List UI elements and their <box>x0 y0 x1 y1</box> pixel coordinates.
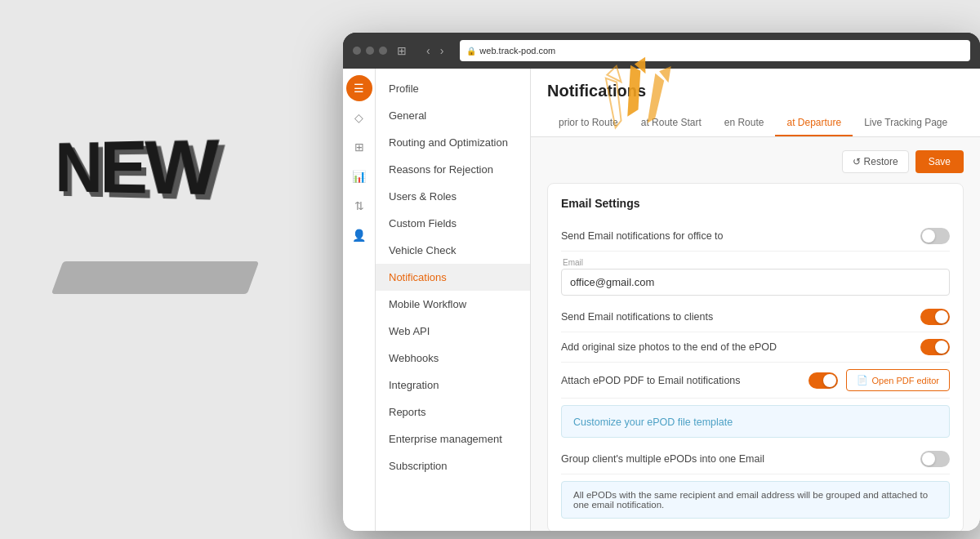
save-button[interactable]: Save <box>915 150 964 173</box>
diamond-icon-btn[interactable]: ◇ <box>346 105 372 131</box>
decorative-arrows <box>564 49 694 147</box>
open-pdf-editor-button[interactable]: 📄 Open PDF editor <box>846 369 950 391</box>
tab-custom[interactable]: Custom <box>959 110 964 136</box>
browser-dot-3 <box>379 47 387 55</box>
setting-row-group: Group client's multiple ePODs into one E… <box>561 444 950 474</box>
sidebar-item-vehicle-check[interactable]: Vehicle Check <box>376 237 530 264</box>
grid-icon-btn[interactable]: ⊞ <box>346 134 372 160</box>
nav-sidebar: ProfileGeneralRouting and OptimizationRe… <box>376 69 531 531</box>
customize-epod-link[interactable]: Customize your ePOD file template <box>573 416 733 428</box>
sidebar-item-users[interactable]: Users & Roles <box>376 183 530 210</box>
toolbar-row: ↺ Restore Save <box>547 150 964 173</box>
sidebar-icons: ☰ ◇ ⊞ 📊 ⇅ 👤 <box>343 69 376 531</box>
sidebar-item-web-api[interactable]: Web API <box>376 318 530 345</box>
email-settings-title: Email Settings <box>561 197 950 210</box>
new-badge: NEW <box>49 131 294 310</box>
url-text: web.track-pod.com <box>479 46 555 56</box>
email-input-group: Email <box>561 258 950 296</box>
browser-dot-2 <box>366 47 374 55</box>
menu-icon-btn[interactable]: ☰ <box>346 75 372 101</box>
sidebar-item-mobile[interactable]: Mobile Workflow <box>376 291 530 318</box>
attach-epod-label: Attach ePOD PDF to Email notifications <box>561 375 741 386</box>
content-area: ↺ Restore Save Email Settings Send Email… <box>531 137 980 531</box>
browser-controls <box>353 47 387 55</box>
setting-row-office: Send Email notifications for office to <box>561 221 950 252</box>
sidebar-item-enterprise[interactable]: Enterprise management <box>376 425 530 452</box>
tab-live-tracking[interactable]: Live Tracking Page <box>853 110 959 136</box>
back-button[interactable]: ‹ <box>423 42 434 59</box>
email-input-label: Email <box>561 258 950 267</box>
sidebar-item-profile[interactable]: Profile <box>376 75 530 102</box>
setting-row-photos: Add original size photos to the end of t… <box>561 332 950 363</box>
setting-row-clients: Send Email notifications to clients <box>561 302 950 332</box>
tab-en-route[interactable]: en Route <box>713 110 776 136</box>
original-photos-toggle[interactable] <box>920 339 950 355</box>
restore-button[interactable]: ↺ Restore <box>842 150 909 173</box>
sidebar-item-notifications[interactable]: Notifications <box>376 264 530 291</box>
sidebar-item-webhooks[interactable]: Webhooks <box>376 345 530 372</box>
email-settings-card: Email Settings Send Email notifications … <box>547 183 964 531</box>
email-input[interactable] <box>561 269 950 296</box>
pdf-icon: 📄 <box>857 375 868 385</box>
customize-epod-row: Customize your ePOD file template <box>561 405 950 438</box>
setting-row-attach: Attach ePOD PDF to Email notifications 📄… <box>561 363 950 399</box>
office-notifications-toggle[interactable] <box>920 228 950 244</box>
sidebar-item-routing[interactable]: Routing and Optimization <box>376 129 530 156</box>
sidebar-item-general[interactable]: General <box>376 102 530 129</box>
sidebar-item-subscription[interactable]: Subscription <box>376 452 530 479</box>
office-notifications-label: Send Email notifications for office to <box>561 230 724 242</box>
chart-icon-btn[interactable]: 📊 <box>346 163 372 189</box>
sidebar-item-rejection[interactable]: Reasons for Rejection <box>376 156 530 183</box>
browser-dot-1 <box>353 47 361 55</box>
group-epods-info: All ePODs with the same recipient and em… <box>561 481 950 519</box>
sidebar-item-integration[interactable]: Integration <box>376 372 530 399</box>
restore-icon: ↺ <box>853 156 861 167</box>
original-photos-label: Add original size photos to the end of t… <box>561 341 777 353</box>
group-epods-toggle[interactable] <box>920 451 950 467</box>
group-epods-label: Group client's multiple ePODs into one E… <box>561 453 764 465</box>
new-badge-text: NEW <box>55 128 216 207</box>
lock-icon: 🔒 <box>466 47 476 56</box>
forward-button[interactable]: › <box>437 42 448 59</box>
share-icon-btn[interactable]: ⇅ <box>346 193 372 219</box>
client-notifications-toggle[interactable] <box>920 309 950 325</box>
sidebar-item-reports[interactable]: Reports <box>376 399 530 425</box>
tab-at-departure[interactable]: at Departure <box>775 110 853 136</box>
sidebar-toggle-icon[interactable]: ⊞ <box>394 42 410 59</box>
user-icon-btn[interactable]: 👤 <box>346 222 372 248</box>
browser-nav: ‹ › <box>423 42 447 59</box>
client-notifications-label: Send Email notifications to clients <box>561 311 713 323</box>
new-badge-shadow <box>51 261 260 294</box>
attach-epod-toggle[interactable] <box>808 372 838 389</box>
sidebar-item-custom-fields[interactable]: Custom Fields <box>376 210 530 237</box>
url-bar[interactable]: 🔒 web.track-pod.com <box>460 40 970 61</box>
